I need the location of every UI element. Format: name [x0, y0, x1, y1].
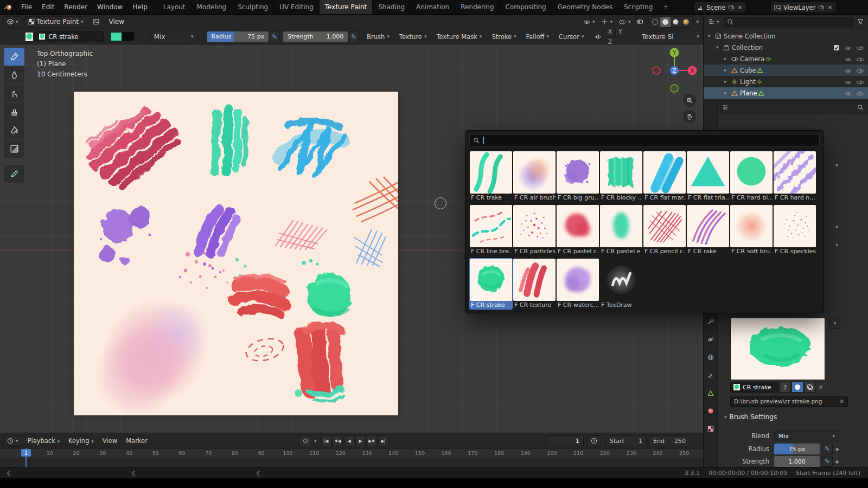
- brush-item-f-cr-pencil-c[interactable]: F CR pencil c...: [643, 204, 686, 256]
- mirror-axis-y-button[interactable]: Y: [615, 29, 625, 37]
- properties-tab-texture[interactable]: [705, 423, 717, 434]
- disable-render-camera-icon[interactable]: [857, 89, 864, 97]
- menu-file[interactable]: File: [16, 0, 37, 14]
- chevron-down-icon[interactable]: ▾: [314, 439, 317, 444]
- keyframe-icon[interactable]: ◆: [833, 456, 841, 467]
- popover-texture-mask[interactable]: Texture Mask▾: [431, 33, 487, 41]
- workspace-tab-layout[interactable]: Layout: [158, 0, 192, 14]
- prev-keyframe-button[interactable]: ♦◀: [333, 435, 343, 446]
- expander-icon[interactable]: ▸: [724, 68, 731, 73]
- expander-icon[interactable]: ▸: [724, 79, 731, 84]
- disable-render-camera-icon[interactable]: [857, 55, 864, 63]
- color-swatches[interactable]: [110, 32, 134, 41]
- popover-brush[interactable]: Brush▾: [362, 33, 394, 41]
- smear-tool-button[interactable]: [4, 85, 24, 102]
- shading-material-button[interactable]: [671, 17, 681, 27]
- fill-tool-button[interactable]: [4, 121, 24, 139]
- animate-radius-button[interactable]: ✎: [822, 444, 833, 454]
- editor-corner-handle[interactable]: [7, 470, 12, 476]
- mirror-axis-x-button[interactable]: X: [605, 29, 615, 37]
- editor-corner-handle[interactable]: [256, 470, 262, 476]
- playhead-frame-badge[interactable]: 1: [21, 449, 31, 457]
- viewlayer-selector[interactable]: ViewLayer✕: [770, 2, 837, 13]
- outliner-row-plane[interactable]: ▸Plane: [704, 87, 868, 99]
- unlink-button[interactable]: ✕: [816, 382, 825, 393]
- unlink-scene-icon[interactable]: ✕: [737, 4, 743, 11]
- brush-item-f-cr-hard-bl[interactable]: F CR hard bl...: [730, 151, 773, 202]
- brush-item-f-cr-trake[interactable]: F CR trake: [469, 151, 513, 202]
- workspace-tab-animation[interactable]: Animation: [411, 0, 455, 14]
- shading-solid-button[interactable]: [660, 17, 671, 27]
- primary-color-swatch[interactable]: [110, 32, 122, 41]
- brush-item-f-cr-flat-mar[interactable]: F CR flat mar...: [643, 151, 686, 202]
- animate-strength-button[interactable]: ✎: [349, 31, 359, 42]
- brush-item-f-cr-speckles[interactable]: F CR speckles: [773, 204, 816, 256]
- jump-start-button[interactable]: |◀: [321, 435, 331, 446]
- clear-path-icon[interactable]: ✕: [839, 398, 844, 404]
- workspace-tab-geometry-nodes[interactable]: Geometry Nodes: [552, 0, 618, 14]
- current-frame-field[interactable]: 1: [547, 435, 584, 446]
- strength-slider[interactable]: Strength1.000: [283, 31, 348, 42]
- blend-dropdown[interactable]: Mix▾: [774, 431, 839, 441]
- record-button[interactable]: [299, 435, 311, 446]
- brush-item-f-cr-particles[interactable]: F CR particles: [513, 204, 556, 256]
- brush-item-f-cr-big-gru[interactable]: F CR big gru...: [556, 151, 599, 202]
- workspace-tab-modeling[interactable]: Modeling: [192, 0, 233, 14]
- menu-edit[interactable]: Edit: [37, 0, 59, 14]
- outliner-row-scene-collection[interactable]: ▾Scene Collection: [704, 30, 868, 42]
- users-count-button[interactable]: 2: [779, 382, 791, 393]
- properties-tab-world[interactable]: [705, 352, 717, 363]
- blend-mode-dropdown[interactable]: Mix▾: [150, 31, 197, 42]
- brush-item-f-cr-line-bre[interactable]: F CR line bre...: [469, 204, 513, 256]
- visibility-dropdown[interactable]: ▾: [582, 16, 597, 28]
- brush-item-f-cr-pastel-c[interactable]: F CR pastel c...: [556, 204, 599, 256]
- workspace-tab-compositing[interactable]: Compositing: [500, 0, 552, 14]
- outliner-row-cube[interactable]: ▸Cube: [704, 65, 868, 76]
- expander-icon[interactable]: ▾: [716, 45, 723, 50]
- workspace-tab-texture-paint[interactable]: Texture Paint: [320, 0, 373, 14]
- texture-slots-dropdown[interactable]: Texture Sl▾: [638, 31, 703, 42]
- menu-window[interactable]: Window: [92, 0, 127, 14]
- brush-search-field[interactable]: [469, 134, 820, 146]
- mode-dropdown[interactable]: Texture Paint▾: [24, 16, 87, 28]
- disable-render-camera-icon[interactable]: [857, 67, 864, 74]
- overlays-dropdown[interactable]: ▾: [617, 16, 633, 28]
- brush-name-field[interactable]: CR strake: [35, 31, 104, 42]
- next-keyframe-button[interactable]: ▶♦: [367, 435, 377, 446]
- brush-item-f-cr-rake[interactable]: F CR rake: [686, 204, 730, 256]
- image-button[interactable]: [90, 16, 103, 28]
- start-frame-field[interactable]: Start1: [605, 435, 647, 446]
- mirror-axis-z-button[interactable]: Z: [605, 37, 615, 45]
- brush-item-f-cr-pastel-e[interactable]: F CR pastel e: [599, 204, 643, 256]
- brush-item-f-cr-hard-n[interactable]: F CR hard n...: [773, 151, 816, 202]
- outliner-row-light[interactable]: ▸Light: [704, 76, 868, 87]
- keyframe-icon[interactable]: ◆: [833, 444, 841, 454]
- brush-item-f-cr-soft-bru[interactable]: F CR soft bru...: [730, 204, 773, 256]
- chevron-down-icon[interactable]: ▾: [696, 20, 699, 24]
- view-menu[interactable]: View: [105, 18, 129, 25]
- collapsed-panel-caret[interactable]: ▾: [835, 162, 838, 168]
- paint-canvas-plane[interactable]: [74, 92, 398, 415]
- popover-cursor[interactable]: Cursor▾: [554, 33, 589, 41]
- zoom-button[interactable]: [683, 94, 696, 107]
- collapsed-panel-caret[interactable]: ▾: [835, 242, 838, 248]
- play-button[interactable]: ▶: [355, 435, 366, 446]
- soften-tool-button[interactable]: [4, 66, 24, 84]
- disable-render-camera-icon[interactable]: [857, 44, 864, 52]
- add-workspace-button[interactable]: +: [659, 0, 673, 14]
- workspace-tab-sculpting[interactable]: Sculpting: [232, 0, 274, 14]
- timeline-menu-marker[interactable]: Marker: [122, 437, 152, 445]
- timeline-menu-playback[interactable]: Playback ▾: [23, 437, 65, 445]
- editor-corner-handle[interactable]: [131, 470, 137, 476]
- workspace-tab-shading[interactable]: Shading: [373, 0, 411, 14]
- exclude-checkbox[interactable]: [833, 44, 840, 52]
- properties-tab-scene[interactable]: [705, 370, 717, 381]
- properties-tab-object-data[interactable]: [705, 388, 717, 399]
- outliner-editor-button[interactable]: ▾: [706, 16, 721, 28]
- expander-icon[interactable]: ▸: [724, 56, 731, 61]
- collapsed-panel-caret[interactable]: ▾: [835, 224, 838, 230]
- radius-slider[interactable]: Radius75 px: [207, 31, 269, 42]
- brush-settings-header[interactable]: ▾ Brush Settings: [724, 413, 777, 421]
- properties-tab-tool[interactable]: [705, 316, 717, 327]
- remove-viewlayer-icon[interactable]: ✕: [827, 4, 833, 11]
